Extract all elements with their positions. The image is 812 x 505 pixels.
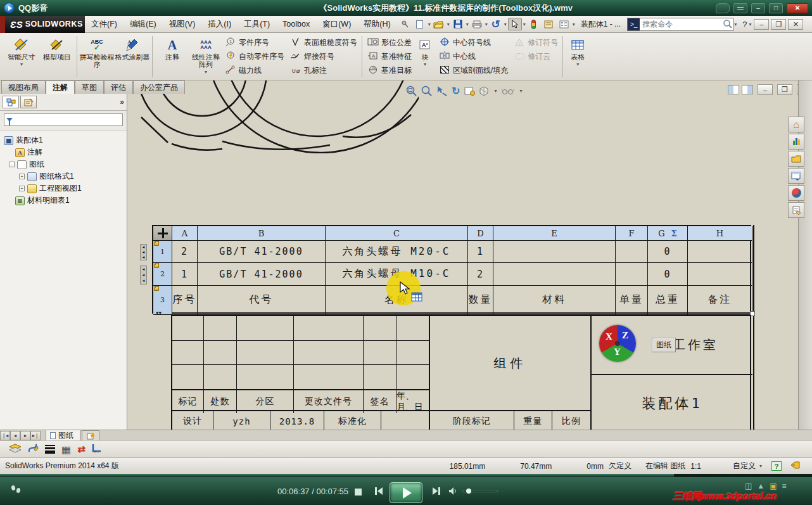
- bom-cell[interactable]: 0: [648, 241, 688, 263]
- bom-cell[interactable]: 代号: [198, 286, 326, 315]
- quick-tip-icon[interactable]: ?: [771, 461, 782, 471]
- bom-col-G[interactable]: GΣ: [648, 226, 688, 241]
- area-hatch-button[interactable]: 区域剖面线/填充: [438, 64, 508, 77]
- tab-annotation[interactable]: 注解: [46, 80, 75, 94]
- sheet-tab[interactable]: 图纸: [46, 430, 80, 440]
- drawing-graphics-area[interactable]: ↻ ▾ ▾ – ❒ ✕ ◂◂◂ ◂◂◂ A B C D E F G: [127, 80, 798, 430]
- doc-restore-button[interactable]: ❒: [777, 84, 792, 95]
- surface-finish-button[interactable]: 表面粗糙度符号: [289, 36, 357, 49]
- model-items-button[interactable]: 模型项目: [39, 35, 75, 79]
- collapse-icon[interactable]: -: [9, 162, 15, 167]
- menu-pin-icon[interactable]: [398, 18, 412, 30]
- bom-cell[interactable]: [616, 241, 648, 263]
- bom-cell[interactable]: 1: [468, 241, 493, 263]
- task-design-library-button[interactable]: [788, 151, 804, 167]
- help-icon[interactable]: ?: [742, 20, 747, 29]
- rotate-view-icon[interactable]: ↻: [452, 85, 460, 97]
- pan-icon[interactable]: [436, 86, 447, 96]
- app-restore-button[interactable]: ❒: [771, 19, 786, 30]
- property-manager-tab[interactable]: [20, 96, 37, 108]
- search-mode-icon[interactable]: >_: [628, 18, 640, 30]
- stop-button[interactable]: [355, 489, 362, 495]
- bom-cell[interactable]: 2: [468, 263, 493, 286]
- snapshot-button[interactable]: ◫: [745, 482, 752, 490]
- save-button[interactable]: [451, 18, 465, 30]
- tree-item-sheet-format[interactable]: + 图纸格式1: [4, 170, 125, 182]
- revision-cloud-button[interactable]: 修订云: [513, 50, 558, 63]
- open-file-button[interactable]: [432, 18, 446, 30]
- view-collapse-handle[interactable]: ◂◂◂: [140, 244, 147, 260]
- tree-item-annotations[interactable]: A 注解: [4, 146, 125, 158]
- pane-left-icon[interactable]: [728, 85, 739, 94]
- qq-panel-button[interactable]: [733, 3, 747, 13]
- bom-cell[interactable]: 0: [648, 263, 688, 286]
- file-properties-button[interactable]: [542, 18, 556, 30]
- menu-edit[interactable]: 编辑(E): [124, 16, 163, 32]
- zoom-fit-icon[interactable]: [406, 86, 417, 96]
- bom-cell[interactable]: [493, 263, 616, 286]
- bom-cell[interactable]: 数量: [468, 286, 493, 315]
- seek-bar[interactable]: [0, 474, 812, 477]
- bom-col-C[interactable]: C: [326, 226, 468, 241]
- prev-sheet-button[interactable]: ◂: [10, 431, 20, 440]
- tab-view-layout[interactable]: 视图布局: [1, 80, 46, 94]
- tree-item-bom[interactable]: ▦ 材料明细表1: [4, 195, 125, 207]
- tab-sketch[interactable]: 草图: [75, 80, 104, 94]
- menu-insert[interactable]: 插入(I): [201, 16, 238, 32]
- bom-row-header-1[interactable]: 1: [153, 241, 172, 263]
- hide-show-edges-button[interactable]: ⇄: [77, 444, 86, 455]
- qq-comment-button[interactable]: [716, 3, 730, 13]
- qq-close-button[interactable]: ✕: [787, 3, 808, 13]
- bom-cell[interactable]: 备注: [688, 286, 752, 315]
- options-button[interactable]: [557, 18, 571, 30]
- app-close-button[interactable]: ✕: [788, 19, 803, 30]
- bom-cell[interactable]: 2: [172, 241, 198, 263]
- datum-feature-button[interactable]: A 基准特征: [367, 50, 412, 63]
- menu-toolbox[interactable]: Toolbox: [276, 17, 316, 31]
- tab-office-products[interactable]: 办公室产品: [133, 80, 185, 94]
- tree-item-drawing-view[interactable]: + 工程图视图1: [4, 182, 125, 195]
- hole-callout-button[interactable]: ∪⌀ 孔标注: [289, 64, 357, 77]
- format-painter-button[interactable]: A 格式涂刷器: [115, 35, 150, 79]
- menu-window[interactable]: 窗口(W): [316, 16, 357, 32]
- color-display-mode-button[interactable]: [92, 444, 102, 455]
- expand-panel-chevron[interactable]: »: [120, 98, 124, 106]
- expand-icon[interactable]: +: [19, 174, 25, 179]
- bom-col-B[interactable]: B: [198, 226, 326, 241]
- print-button[interactable]: [470, 18, 484, 30]
- expand-rows-icon[interactable]: ▼▼: [156, 310, 162, 315]
- new-file-button[interactable]: [413, 18, 427, 30]
- select-tool-button[interactable]: [508, 18, 522, 30]
- bom-row-header-2[interactable]: 2: [153, 263, 172, 286]
- display-style-icon[interactable]: [479, 86, 489, 96]
- popup-panel-button[interactable]: ▲: [757, 482, 764, 490]
- smart-dimension-button[interactable]: 智能尺寸 ▾: [4, 35, 39, 79]
- bom-cell[interactable]: [616, 263, 648, 286]
- bom-cell[interactable]: [493, 241, 616, 263]
- task-appearances-button[interactable]: [788, 185, 804, 201]
- play-button[interactable]: [390, 482, 422, 503]
- note-button[interactable]: A 注释: [155, 35, 190, 79]
- bom-cell[interactable]: 单量: [616, 286, 648, 315]
- datum-target-button[interactable]: A1 基准目标: [367, 64, 412, 77]
- custom-views-dropdown[interactable]: 自定义: [733, 461, 756, 471]
- bom-cell[interactable]: [688, 241, 752, 263]
- menu-help[interactable]: 帮助(H): [357, 16, 396, 32]
- tree-filter-input[interactable]: [15, 116, 122, 124]
- bom-col-A[interactable]: A: [172, 226, 198, 241]
- tables-button[interactable]: 表格 ▾: [565, 35, 590, 79]
- bom-move-handle[interactable]: [153, 226, 172, 241]
- tab-evaluate[interactable]: 评估: [104, 80, 133, 94]
- playlist-button[interactable]: ≡: [782, 482, 787, 490]
- linear-note-pattern-button[interactable]: AAAAAA 线性注释阵列 ▾: [190, 35, 222, 79]
- volume-icon[interactable]: [448, 487, 459, 498]
- task-custom-properties-button[interactable]: [788, 202, 804, 218]
- layer-properties-button[interactable]: [9, 444, 22, 456]
- tag-icon[interactable]: [790, 461, 801, 471]
- qq-maximize-button[interactable]: □: [769, 3, 783, 13]
- task-file-explorer-button[interactable]: [788, 168, 804, 184]
- revision-symbol-button[interactable]: 1 修订符号: [513, 36, 558, 49]
- magnetic-line-button[interactable]: 磁力线: [224, 64, 284, 77]
- bom-col-D[interactable]: D: [468, 226, 493, 241]
- line-color-button[interactable]: [28, 443, 39, 456]
